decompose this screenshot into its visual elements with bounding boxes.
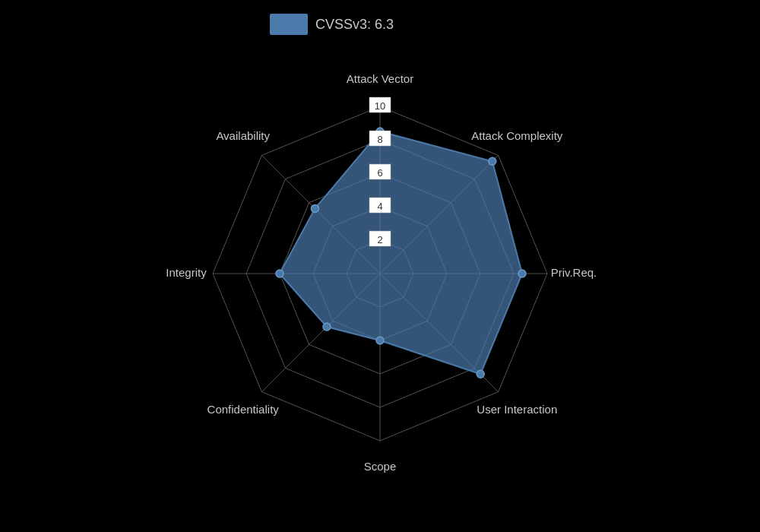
- svg-point-15: [489, 157, 496, 165]
- legend-label: CVSSv3: 6.3: [315, 17, 394, 32]
- svg-text:Integrity: Integrity: [166, 266, 207, 279]
- svg-text:Confidentiality: Confidentiality: [207, 403, 280, 416]
- svg-point-20: [276, 270, 283, 277]
- svg-point-19: [323, 323, 331, 331]
- svg-text:10: 10: [375, 100, 385, 112]
- svg-point-21: [311, 204, 318, 212]
- svg-text:4: 4: [377, 201, 382, 212]
- svg-point-17: [477, 370, 484, 378]
- svg-text:Scope: Scope: [364, 460, 397, 473]
- svg-text:2: 2: [377, 234, 382, 245]
- svg-text:Attack Vector: Attack Vector: [347, 72, 413, 85]
- legend-color-box: [270, 14, 308, 35]
- svg-text:Availability: Availability: [216, 129, 270, 142]
- chart-container: CVSSv3: 6.3 Attack VectorAttack Complexi…: [0, 0, 760, 532]
- svg-text:6: 6: [377, 167, 382, 179]
- svg-point-18: [376, 337, 384, 344]
- svg-text:User Interaction: User Interaction: [477, 403, 557, 416]
- svg-text:Priv.Req.: Priv.Req.: [551, 266, 597, 279]
- svg-text:8: 8: [377, 134, 382, 145]
- svg-text:Attack Complexity: Attack Complexity: [471, 129, 563, 142]
- svg-point-16: [518, 270, 526, 277]
- radar-chart: CVSSv3: 6.3 Attack VectorAttack Complexi…: [0, 0, 760, 532]
